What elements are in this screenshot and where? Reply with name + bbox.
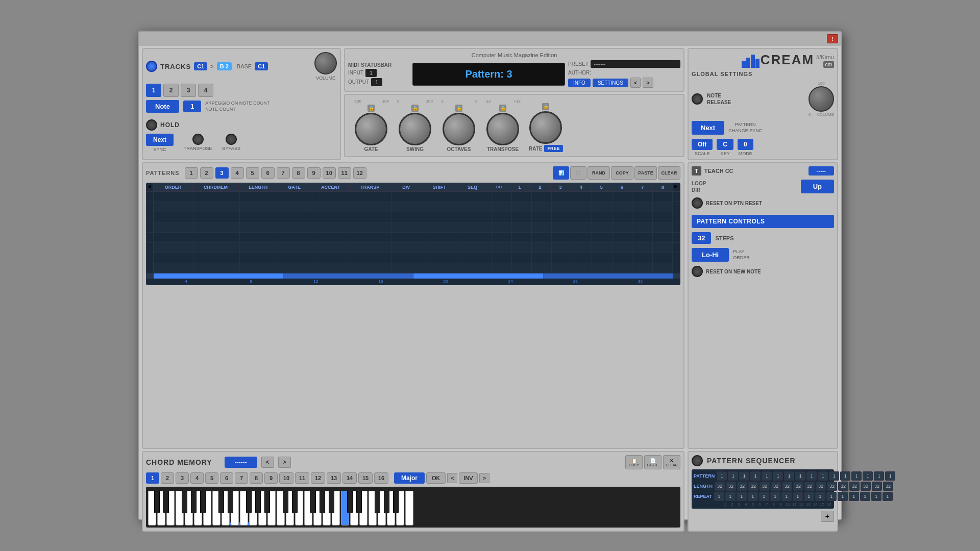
chord-num-7[interactable]: 7 <box>235 472 248 484</box>
seq-cell[interactable] <box>425 233 458 243</box>
seq-cell[interactable] <box>312 233 352 243</box>
seq-cell[interactable] <box>632 233 652 243</box>
ptn-cell[interactable]: 1 <box>793 492 803 501</box>
swing-lock-icon[interactable]: 🔒 <box>411 105 419 112</box>
seq-cell[interactable] <box>279 243 312 253</box>
chord-num-5[interactable]: 5 <box>205 472 218 484</box>
ptn-cell[interactable]: 32 <box>726 482 736 491</box>
ptn-cell[interactable]: 32 <box>748 482 758 491</box>
seq-cell[interactable] <box>425 202 458 212</box>
seq-cell[interactable] <box>425 222 458 233</box>
seq-cell[interactable] <box>592 222 612 233</box>
ptn-cell[interactable]: 1 <box>840 471 850 481</box>
seq-cell[interactable] <box>193 212 240 222</box>
ptn-cell[interactable]: 32 <box>771 482 781 491</box>
seq-cell[interactable] <box>154 263 193 273</box>
ptn-cell[interactable]: 1 <box>748 492 758 501</box>
ptn-cell[interactable]: 1 <box>883 492 893 501</box>
seq-cell[interactable] <box>458 192 492 202</box>
loop-dir-button[interactable]: Up <box>801 180 834 193</box>
seq-cell[interactable] <box>612 222 632 233</box>
seq-cell[interactable] <box>653 212 673 222</box>
seq-cell[interactable] <box>352 253 392 263</box>
ptn-cell[interactable]: 1 <box>829 471 839 481</box>
ptn-cell[interactable]: 32 <box>737 482 747 491</box>
seq-cell[interactable] <box>632 192 652 202</box>
seq-cell[interactable] <box>392 192 425 202</box>
seq-cell[interactable] <box>512 263 532 273</box>
octaves-lock-icon[interactable]: 🔒 <box>455 105 462 112</box>
seq-cell[interactable] <box>458 243 492 253</box>
seq-cell[interactable] <box>612 263 632 273</box>
pattern-btn-2[interactable]: 2 <box>200 167 213 179</box>
chord-num-9[interactable]: 9 <box>264 472 278 484</box>
seq-cell[interactable] <box>653 222 673 233</box>
seq-cell[interactable] <box>312 192 352 202</box>
seq-cell[interactable] <box>154 222 193 233</box>
seq-cell[interactable] <box>312 243 352 253</box>
ptn-cell[interactable]: 1 <box>759 492 769 501</box>
seq-cell[interactable] <box>240 263 280 273</box>
seq-cell[interactable] <box>392 253 425 263</box>
chord-num-2[interactable]: 2 <box>161 472 174 484</box>
seq-cell[interactable] <box>492 243 511 253</box>
ptn-cell[interactable]: 32 <box>804 482 815 491</box>
seq-cell[interactable] <box>512 233 532 243</box>
ok-button[interactable]: OK <box>426 472 446 484</box>
ptn-cell[interactable]: 1 <box>770 492 780 501</box>
ptn-cell[interactable]: 1 <box>849 492 859 501</box>
seq-cell[interactable] <box>240 233 280 243</box>
chord-num-6[interactable]: 6 <box>220 472 233 484</box>
seq-cell[interactable] <box>492 263 511 273</box>
seq-cell[interactable] <box>312 202 352 212</box>
seq-cell[interactable] <box>532 192 552 202</box>
seq-cell[interactable] <box>572 253 592 263</box>
seq-cell[interactable] <box>240 212 280 222</box>
seq-cell[interactable] <box>279 222 312 233</box>
tracks-power-button[interactable] <box>146 61 157 72</box>
seq-cell[interactable] <box>572 243 592 253</box>
scroll-left[interactable]: ◄ <box>146 183 154 191</box>
seq-cell[interactable] <box>352 233 392 243</box>
rate-lock-icon[interactable]: 🔒 <box>542 103 549 110</box>
black-key[interactable] <box>154 491 160 513</box>
seq-cell[interactable] <box>632 212 652 222</box>
seq-cell[interactable] <box>458 202 492 212</box>
seq-cell[interactable] <box>193 192 240 202</box>
seq-cell[interactable] <box>653 243 673 253</box>
chord-num-10[interactable]: 10 <box>279 472 293 484</box>
pattern-btn-8[interactable]: 8 <box>292 167 305 179</box>
rate-knob[interactable] <box>529 111 562 144</box>
transpose-lock-icon[interactable]: 🔒 <box>499 105 506 112</box>
seq-cell[interactable] <box>552 253 572 263</box>
ptn-cell[interactable]: 1 <box>818 471 828 481</box>
piano-keyboard[interactable] <box>146 487 680 528</box>
chord-copy-icon-btn[interactable]: 📋COPY <box>625 455 643 469</box>
chord-num-12[interactable]: 12 <box>311 472 325 484</box>
ptn-cell[interactable]: 32 <box>793 482 803 491</box>
seq-cell[interactable] <box>154 243 193 253</box>
seq-cell[interactable] <box>653 192 673 202</box>
seq-cell[interactable] <box>632 202 652 212</box>
seq-cell[interactable] <box>352 212 392 222</box>
rand-button[interactable]: RAND <box>587 166 610 180</box>
global-volume-knob[interactable] <box>808 86 834 112</box>
pattern-btn-5[interactable]: 5 <box>246 167 259 179</box>
seq-cell[interactable] <box>592 212 612 222</box>
seq-cell[interactable] <box>592 233 612 243</box>
seq-cell[interactable] <box>492 222 511 233</box>
seq-cell[interactable] <box>279 253 312 263</box>
seq-cell[interactable] <box>279 212 312 222</box>
black-key[interactable] <box>200 491 206 513</box>
seq-cell[interactable] <box>552 243 572 253</box>
pattern-btn-6[interactable]: 6 <box>261 167 275 179</box>
ptn-seq-power-button[interactable] <box>692 455 703 466</box>
ptn-cell[interactable]: 32 <box>861 482 871 491</box>
seq-cell[interactable] <box>632 222 652 233</box>
black-key[interactable] <box>228 491 233 513</box>
pattern-btn-10[interactable]: 10 <box>323 167 336 179</box>
seq-cell[interactable] <box>572 202 592 212</box>
black-key[interactable] <box>182 491 187 513</box>
paste-tool-button[interactable]: PASTE <box>634 166 657 180</box>
seq-cell[interactable] <box>552 202 572 212</box>
